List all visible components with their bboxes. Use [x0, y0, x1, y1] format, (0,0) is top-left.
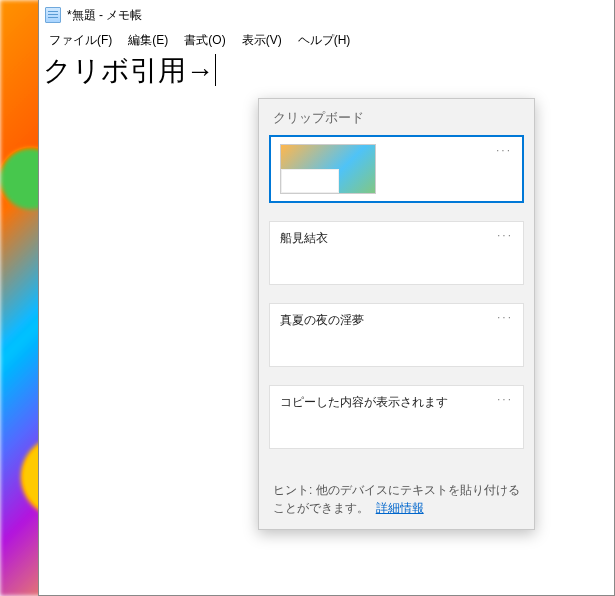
clipboard-hint: ヒント: 他のデバイスにテキストを貼り付けることができます。 詳細情報 — [259, 471, 534, 529]
clipboard-item[interactable]: コピーした内容が表示されます ··· — [269, 385, 524, 449]
notepad-app-icon — [45, 7, 61, 23]
clipboard-history-panel: クリップボード ··· 船見結衣 ··· 真夏の夜の淫夢 ··· コピーした内容… — [258, 98, 535, 530]
more-icon[interactable]: ··· — [497, 310, 513, 324]
clipboard-image-thumbnail — [280, 144, 376, 194]
clipboard-item[interactable]: 船見結衣 ··· — [269, 221, 524, 285]
clipboard-title: クリップボード — [259, 99, 534, 135]
clipboard-item[interactable]: ··· — [269, 135, 524, 203]
menu-edit[interactable]: 編集(E) — [120, 31, 176, 50]
window-title: *無題 - メモ帳 — [67, 7, 142, 24]
text-caret — [215, 54, 216, 86]
menu-file[interactable]: ファイル(F) — [41, 31, 120, 50]
clipboard-item-text: 真夏の夜の淫夢 — [280, 313, 364, 327]
clipboard-items-list: ··· 船見結衣 ··· 真夏の夜の淫夢 ··· コピーした内容が表示されます … — [259, 135, 534, 471]
clipboard-item-text: コピーした内容が表示されます — [280, 395, 448, 409]
clipboard-item[interactable]: 真夏の夜の淫夢 ··· — [269, 303, 524, 367]
more-icon[interactable]: ··· — [496, 143, 512, 157]
menu-format[interactable]: 書式(O) — [176, 31, 233, 50]
titlebar[interactable]: *無題 - メモ帳 — [39, 0, 614, 30]
menu-help[interactable]: ヘルプ(H) — [290, 31, 359, 50]
clipboard-hint-link[interactable]: 詳細情報 — [376, 501, 424, 515]
menu-view[interactable]: 表示(V) — [234, 31, 290, 50]
more-icon[interactable]: ··· — [497, 228, 513, 242]
editor-content: クリボ引用→ — [43, 55, 214, 86]
menubar: ファイル(F) 編集(E) 書式(O) 表示(V) ヘルプ(H) — [39, 30, 614, 50]
more-icon[interactable]: ··· — [497, 392, 513, 406]
clipboard-item-text: 船見結衣 — [280, 231, 328, 245]
